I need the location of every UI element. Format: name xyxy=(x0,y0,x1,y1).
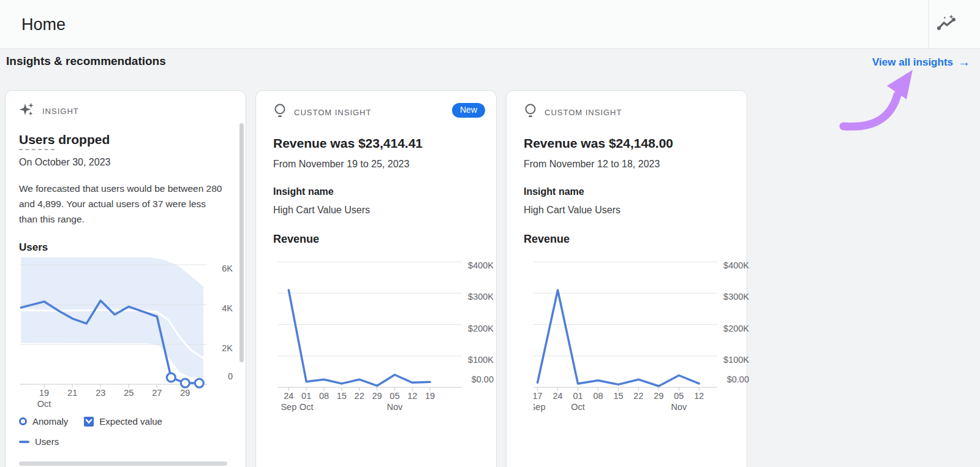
svg-text:01: 01 xyxy=(573,391,582,401)
insight-card-users-dropped[interactable]: INSIGHT Users dropped On October 30, 202… xyxy=(5,90,246,467)
svg-text:$400K: $400K xyxy=(468,260,494,270)
analytics-home-page: { "header": { "title": "Home" }, "sectio… xyxy=(0,0,980,467)
svg-text:24: 24 xyxy=(284,391,293,401)
svg-text:29: 29 xyxy=(372,391,382,401)
top-app-bar: Home xyxy=(0,0,980,49)
insight-name-label: Insight name xyxy=(524,186,729,197)
anomaly-circle-icon xyxy=(19,417,27,425)
sparkle-icon xyxy=(19,102,35,120)
chart-metric-heading: Revenue xyxy=(524,233,729,246)
svg-text:$400K: $400K xyxy=(723,260,749,270)
insights-button[interactable] xyxy=(936,13,959,36)
svg-text:22: 22 xyxy=(355,391,364,401)
svg-text:23: 23 xyxy=(96,388,105,398)
expected-value-icon xyxy=(84,417,94,427)
svg-text:$0.00: $0.00 xyxy=(727,374,749,384)
svg-text:$200K: $200K xyxy=(723,324,749,333)
revenue-chart: 17Sep2401Oct0815222905Nov12$400K$300K$20… xyxy=(533,256,729,418)
svg-text:Oct: Oct xyxy=(300,402,314,412)
card-type-label: CUSTOM INSIGHT xyxy=(294,108,371,117)
svg-text:08: 08 xyxy=(319,391,329,401)
custom-insight-card-nov19-25[interactable]: CUSTOM INSIGHT New Revenue was $23,414.4… xyxy=(255,90,497,467)
card-horizontal-scrollbar[interactable] xyxy=(19,461,227,466)
users-dropped-term[interactable]: Users xyxy=(19,132,55,150)
chart-metric-heading: Revenue xyxy=(273,233,479,246)
right-arrow-icon: → xyxy=(958,55,970,69)
insight-name-value: High Cart Value Users xyxy=(273,205,479,216)
section-title: Insights & recommendations xyxy=(6,55,166,68)
svg-text:$0.00: $0.00 xyxy=(472,374,494,384)
svg-text:$100K: $100K xyxy=(468,355,494,365)
insights-sparkline-icon xyxy=(937,13,959,36)
svg-text:19: 19 xyxy=(425,391,435,401)
custom-insight-card-nov12-18[interactable]: CUSTOM INSIGHT Revenue was $24,148.00 Fr… xyxy=(506,90,747,467)
svg-text:12: 12 xyxy=(694,391,704,401)
svg-text:05: 05 xyxy=(390,391,399,401)
card-title: Users dropped xyxy=(19,132,232,147)
legend-expected-value: Expected value xyxy=(84,416,162,427)
revenue-chart: 24Sep01Oct0815222905Nov1219$400K$300K$20… xyxy=(278,256,479,418)
insight-name-label: Insight name xyxy=(273,186,479,197)
users-anomaly-chart: 19Oct21232527296K4K2K0 xyxy=(20,257,232,412)
svg-text:27: 27 xyxy=(152,388,162,398)
chart-legend-series: Users xyxy=(19,436,232,447)
svg-text:29: 29 xyxy=(180,388,190,398)
page-title: Home xyxy=(21,15,66,34)
svg-text:2K: 2K xyxy=(222,343,233,353)
card-type-row: INSIGHT xyxy=(19,103,232,119)
lightbulb-icon xyxy=(273,103,287,121)
svg-text:22: 22 xyxy=(633,391,643,401)
chart-metric-heading: Users xyxy=(19,241,232,254)
card-vertical-scrollbar[interactable] xyxy=(239,123,244,362)
card-type-label: INSIGHT xyxy=(42,107,79,116)
svg-text:6K: 6K xyxy=(222,264,233,273)
svg-text:0: 0 xyxy=(228,371,233,381)
svg-text:Nov: Nov xyxy=(671,402,687,412)
legend-anomaly: Anomaly xyxy=(19,416,68,427)
svg-text:Sep: Sep xyxy=(281,402,296,412)
svg-text:15: 15 xyxy=(337,391,347,401)
svg-text:21: 21 xyxy=(67,388,77,398)
svg-text:$200K: $200K xyxy=(468,324,494,333)
card-title: Revenue was $24,148.00 xyxy=(524,136,729,151)
card-subtitle: From November 12 to 18, 2023 xyxy=(524,159,729,170)
svg-text:4K: 4K xyxy=(222,303,233,313)
card-type-row: CUSTOM INSIGHT xyxy=(524,104,729,120)
svg-text:$100K: $100K xyxy=(723,355,749,365)
card-subtitle: From November 19 to 25, 2023 xyxy=(273,159,479,170)
svg-text:08: 08 xyxy=(593,391,603,401)
legend-users: Users xyxy=(19,436,59,447)
card-title: Revenue was $23,414.41 xyxy=(273,136,479,151)
svg-text:19: 19 xyxy=(39,388,49,398)
svg-text:17: 17 xyxy=(533,391,543,401)
svg-text:01: 01 xyxy=(301,391,311,401)
annotation-arrow xyxy=(815,61,931,138)
svg-text:29: 29 xyxy=(654,391,663,401)
view-all-insights-link[interactable]: View all insights → xyxy=(872,55,970,69)
card-type-label: CUSTOM INSIGHT xyxy=(545,108,622,117)
new-badge: New xyxy=(452,103,485,118)
insight-cards-row: INSIGHT Users dropped On October 30, 202… xyxy=(5,90,747,467)
chart-legend: Anomaly Expected value xyxy=(19,416,232,427)
users-line-icon xyxy=(19,441,29,443)
lightbulb-icon xyxy=(524,103,537,121)
svg-text:$300K: $300K xyxy=(468,292,494,302)
svg-text:Oct: Oct xyxy=(37,399,51,409)
svg-text:25: 25 xyxy=(124,388,134,398)
svg-text:15: 15 xyxy=(613,391,623,401)
svg-text:Sep: Sep xyxy=(533,402,545,412)
svg-text:12: 12 xyxy=(407,391,417,401)
svg-text:Nov: Nov xyxy=(386,402,403,412)
svg-text:24: 24 xyxy=(552,391,562,401)
card-subtitle: On October 30, 2023 xyxy=(19,157,232,168)
insight-name-value: High Cart Value Users xyxy=(524,205,729,216)
header-divider xyxy=(929,0,929,49)
card-type-row: CUSTOM INSIGHT xyxy=(273,104,479,120)
forecast-description: We forecasted that users would be betwee… xyxy=(19,181,222,227)
svg-text:05: 05 xyxy=(674,391,684,401)
svg-text:$300K: $300K xyxy=(723,292,749,302)
svg-text:Oct: Oct xyxy=(571,402,585,412)
